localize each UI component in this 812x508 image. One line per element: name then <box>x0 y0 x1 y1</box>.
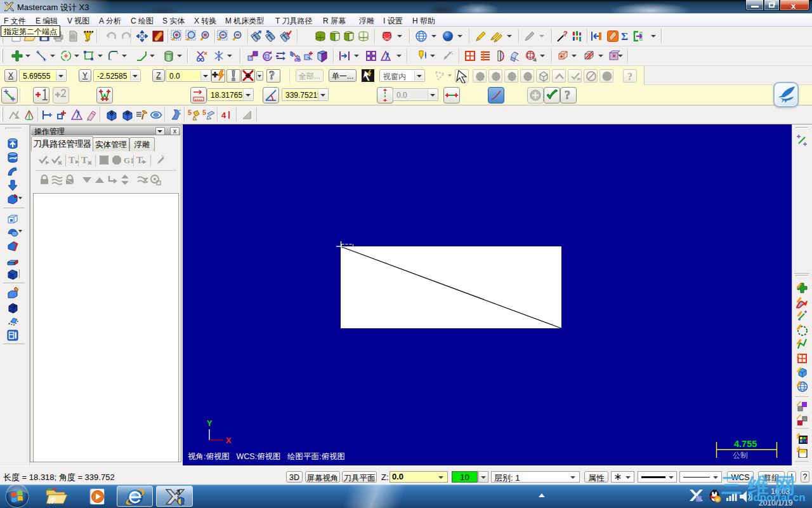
svg-text:5: 5 <box>188 109 192 116</box>
svg-text:5: 5 <box>202 109 206 116</box>
svg-text:?: ? <box>627 71 632 82</box>
svg-text:T: T <box>81 155 88 165</box>
svg-text:3: 3 <box>176 488 180 496</box>
svg-text:视角:俯视图 WCS:俯视图 绘图平面:俯视图: 视角:俯视图 WCS:俯视图 绘图平面:俯视图 <box>188 452 345 461</box>
svg-text:4.755: 4.755 <box>734 439 757 449</box>
svg-text:6D: 6D <box>294 57 301 62</box>
svg-text:4: 4 <box>221 110 226 120</box>
svg-text:Σ: Σ <box>621 30 628 43</box>
svg-text:Y: Y <box>207 418 213 428</box>
svg-text:T: T <box>69 155 75 165</box>
svg-text:公制: 公制 <box>733 451 748 460</box>
svg-text:X: X <box>226 436 232 445</box>
svg-text:?: ? <box>565 89 570 102</box>
svg-text:T: T <box>136 155 143 165</box>
svg-text:?: ? <box>269 69 275 82</box>
svg-text:?: ? <box>563 30 568 37</box>
